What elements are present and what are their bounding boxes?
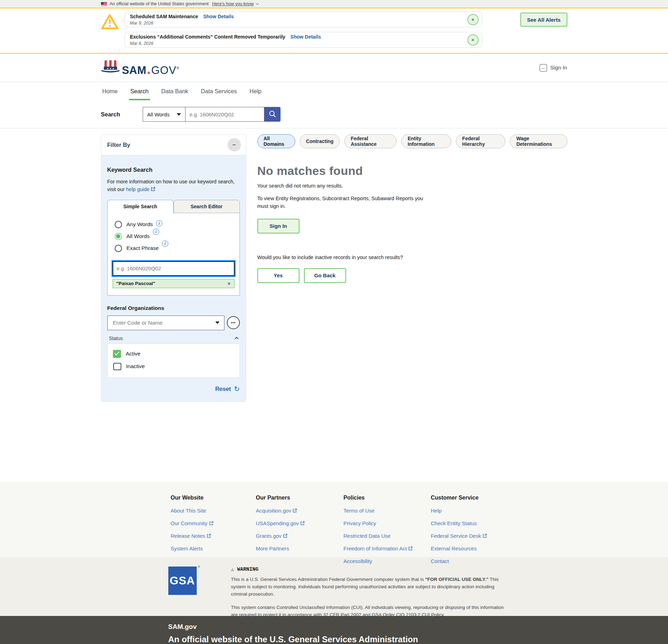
nav-item-help[interactable]: Help bbox=[248, 82, 263, 100]
status-accordion-toggle[interactable]: Status bbox=[109, 335, 238, 341]
svg-text:★ ★ ★: ★ ★ ★ bbox=[107, 67, 114, 70]
domain-tab-all-domains[interactable]: All Domains bbox=[257, 134, 295, 148]
footer-link-terms-of-use[interactable]: Terms of Use bbox=[344, 508, 375, 514]
footer-link-system-alerts[interactable]: System Alerts bbox=[171, 545, 203, 551]
uncle-sam-hat-icon: ★ ★ ★ bbox=[101, 60, 120, 76]
nav-item-data-services[interactable]: Data Services bbox=[200, 82, 238, 100]
external-link-icon bbox=[292, 508, 297, 513]
external-link-icon bbox=[209, 521, 214, 526]
domain-tab-wage-determinations[interactable]: Wage Determinations bbox=[510, 134, 567, 148]
gsa-registered-mark: ® bbox=[198, 565, 201, 569]
tab-search-editor[interactable]: Search Editor bbox=[174, 200, 240, 213]
domain-tab-entity-information[interactable]: Entity Information bbox=[401, 134, 451, 148]
footer-link-about-this-site[interactable]: About This Site bbox=[171, 508, 206, 514]
footer-link-contact[interactable]: Contact bbox=[431, 558, 449, 564]
info-icon[interactable]: i bbox=[162, 240, 168, 247]
footer-column-heading: Policies bbox=[344, 495, 431, 501]
keyword-chip: "Paixao Pascoal" × bbox=[113, 279, 235, 288]
primary-nav: Home Search Data Bank Data Services Help bbox=[0, 82, 668, 100]
more-options-button[interactable]: ••• bbox=[227, 316, 239, 329]
caret-down-icon bbox=[215, 321, 220, 324]
radio-any-words[interactable] bbox=[115, 221, 122, 228]
status-options-box: Active Inactive bbox=[107, 344, 240, 378]
external-link-icon bbox=[283, 534, 288, 538]
alert-card: Scheduled SAM Maintenance Show Details M… bbox=[124, 12, 482, 27]
tab-simple-search[interactable]: Simple Search bbox=[107, 200, 174, 213]
keyword-input[interactable] bbox=[113, 261, 235, 276]
federal-org-combobox[interactable] bbox=[107, 316, 225, 330]
checkbox-inactive[interactable] bbox=[113, 363, 121, 370]
footer-links-section: Our Website About This Site Our Communit… bbox=[0, 482, 668, 557]
chip-remove-icon[interactable]: × bbox=[228, 280, 231, 286]
keyword-chip-label: "Paixao Pascoal" bbox=[116, 281, 155, 286]
status-label: Status bbox=[109, 335, 123, 341]
checkbox-active[interactable] bbox=[113, 350, 121, 358]
footer-column-our-partners: Our Partners Acquisition.gov USASpending… bbox=[256, 495, 344, 564]
info-icon[interactable]: i bbox=[156, 220, 162, 226]
warning-paragraph-2: This system contains Controlled Unclassi… bbox=[231, 604, 508, 619]
search-submit-button[interactable] bbox=[264, 107, 281, 122]
help-guide-link[interactable]: help guide bbox=[126, 187, 156, 192]
site-header: ★ ★ ★ SAM ★ GOV ® ← Sign In bbox=[0, 54, 668, 82]
minus-icon: − bbox=[232, 141, 236, 148]
footer-column-policies: Policies Terms of Use Privacy Policy Res… bbox=[344, 495, 431, 564]
logo-star-icon: ★ bbox=[147, 70, 151, 76]
nav-item-data-bank[interactable]: Data Bank bbox=[160, 82, 190, 100]
logo-sam-text: SAM bbox=[122, 65, 147, 76]
footer-link-more-partners[interactable]: More Partners bbox=[256, 545, 289, 551]
alert-show-details-link[interactable]: Show Details bbox=[290, 34, 321, 40]
footer-column-heading: Customer Service bbox=[431, 495, 519, 501]
footer-link-release-notes[interactable]: Release Notes bbox=[171, 533, 211, 539]
federal-org-input[interactable] bbox=[112, 319, 210, 326]
sign-in-button[interactable]: Sign In bbox=[257, 219, 299, 233]
go-back-button[interactable]: Go Back bbox=[304, 268, 346, 283]
domain-tab-federal-assistance[interactable]: Federal Assistance bbox=[344, 134, 397, 148]
yes-button[interactable]: Yes bbox=[257, 268, 299, 283]
nav-item-search[interactable]: Search bbox=[129, 82, 150, 100]
alert-date: Mar 9, 2026 bbox=[130, 20, 467, 26]
reset-filters-link[interactable]: Reset ↻ bbox=[107, 385, 240, 393]
filter-panel: Filter By − Keyword Search For more info… bbox=[101, 134, 246, 402]
footer-column-heading: Our Website bbox=[171, 495, 256, 501]
alert-date: Mar 6, 2026 bbox=[130, 41, 467, 46]
caret-down-icon bbox=[177, 113, 181, 116]
ellipsis-icon: ••• bbox=[231, 321, 236, 325]
footer-link-check-entity-status[interactable]: Check Entity Status bbox=[431, 520, 477, 526]
alert-close-button[interactable]: × bbox=[467, 14, 479, 25]
alert-show-details-link[interactable]: Show Details bbox=[203, 14, 234, 19]
search-mode-select[interactable]: All Words bbox=[143, 107, 185, 122]
federal-organizations-heading: Federal Organizations bbox=[107, 305, 240, 311]
keyword-search-heading: Keyword Search bbox=[107, 167, 240, 173]
nav-item-home[interactable]: Home bbox=[101, 82, 119, 100]
alert-close-button[interactable]: × bbox=[467, 34, 479, 46]
footer-link-usaspending-gov[interactable]: USASpending.gov bbox=[256, 520, 305, 526]
footer-link-foia[interactable]: Freedom of Information Act bbox=[344, 545, 413, 551]
footer-column-customer-service: Customer Service Help Check Entity Statu… bbox=[431, 495, 519, 564]
external-link-icon bbox=[300, 521, 305, 526]
footer-link-our-community[interactable]: Our Community bbox=[171, 520, 214, 526]
info-icon[interactable]: i bbox=[153, 229, 159, 235]
sign-in-notice-text: To view Entity Registrations, Subcontrac… bbox=[257, 195, 433, 210]
search-input[interactable] bbox=[185, 107, 264, 122]
footer-link-acquisition-gov[interactable]: Acquisition.gov bbox=[256, 508, 297, 514]
footer-link-external-resources[interactable]: External Resources bbox=[431, 545, 477, 551]
footer-link-grants-gov[interactable]: Grants.gov bbox=[256, 533, 288, 539]
radio-exact-phrase[interactable] bbox=[115, 245, 122, 252]
collapse-filters-button[interactable]: − bbox=[228, 138, 241, 151]
footer-link-help[interactable]: Help bbox=[431, 508, 442, 514]
domain-tab-contracting[interactable]: Contracting bbox=[300, 134, 340, 148]
gov-banner: An official website of the United States… bbox=[0, 0, 668, 8]
radio-all-words-label: All Words bbox=[127, 233, 150, 239]
sam-gov-logo[interactable]: ★ ★ ★ SAM ★ GOV ® bbox=[101, 60, 179, 76]
footer-link-federal-service-desk[interactable]: Federal Service Desk bbox=[431, 533, 487, 539]
footer-link-privacy-policy[interactable]: Privacy Policy bbox=[344, 520, 376, 526]
how-you-know-link[interactable]: Here's how you know bbox=[212, 1, 258, 6]
see-all-alerts-button[interactable]: See All Alerts bbox=[520, 13, 567, 27]
radio-all-words[interactable] bbox=[115, 233, 122, 240]
sign-in-link[interactable]: ← Sign In bbox=[540, 64, 567, 72]
footer-link-accessibility[interactable]: Accessibility bbox=[344, 558, 372, 564]
footer-link-restricted-data-use[interactable]: Restricted Data Use bbox=[344, 533, 391, 539]
domain-tab-federal-hierarchy[interactable]: Federal Hierarchy bbox=[456, 134, 505, 148]
warning-section: GSA ® ⚠ WARNING This is a U.S. General S… bbox=[0, 557, 668, 616]
external-link-icon bbox=[207, 534, 211, 538]
